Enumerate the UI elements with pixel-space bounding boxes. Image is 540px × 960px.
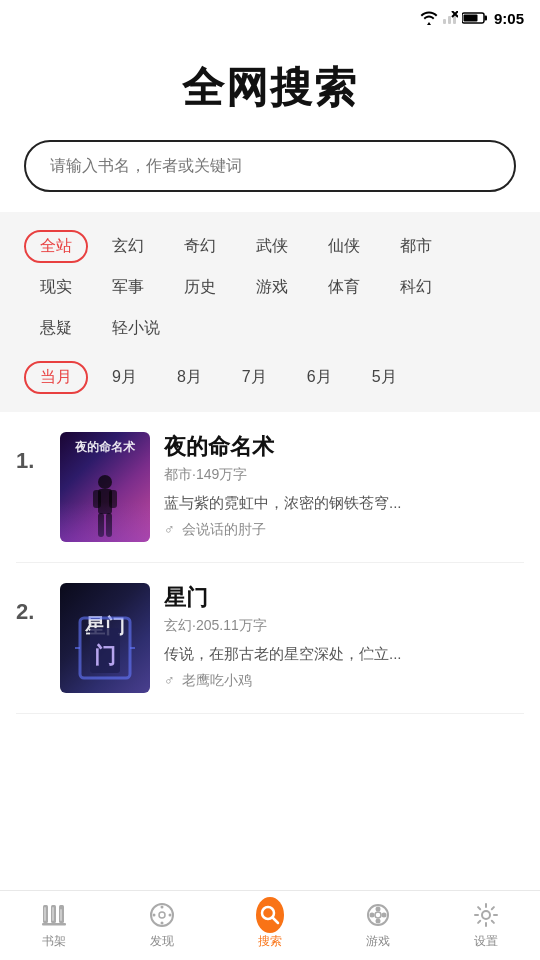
book-meta-1: 都市·149万字 <box>164 466 524 484</box>
search-nav-icon <box>256 901 284 929</box>
page-title: 全网搜索 <box>20 60 520 116</box>
filter-tag-kehuan[interactable]: 科幻 <box>384 271 448 304</box>
book-category-2: 玄幻 <box>164 617 192 633</box>
svg-point-29 <box>161 922 164 925</box>
filter-tag-tiyu[interactable]: 体育 <box>312 271 376 304</box>
author-icon-2: ♂ <box>164 672 175 688</box>
svg-rect-24 <box>52 907 54 921</box>
svg-point-38 <box>382 913 387 918</box>
filter-tag-dangyu[interactable]: 当月 <box>24 361 88 394</box>
svg-point-40 <box>482 911 490 919</box>
book-meta-2: 玄幻·205.11万字 <box>164 617 524 635</box>
book-desc-2: 传说，在那古老的星空深处，伫立... <box>164 643 524 666</box>
filter-section: 全站 玄幻 奇幻 武侠 仙侠 都市 现实 军事 历史 游戏 体育 科幻 悬疑 轻… <box>0 212 540 412</box>
filter-tag-5month[interactable]: 5月 <box>356 361 413 394</box>
nav-item-game[interactable]: 游戏 <box>324 901 432 950</box>
book-category-1: 都市 <box>164 466 192 482</box>
status-bar: 9:05 <box>0 0 540 36</box>
book-cover-1: 夜的命名术 <box>60 432 150 542</box>
book-item-2[interactable]: 2. 星门 门 星门 玄幻·205.11万字 传说，在那古老的星空深处，伫立..… <box>16 563 524 714</box>
svg-rect-1 <box>448 16 451 24</box>
svg-rect-25 <box>60 909 62 921</box>
nav-label-settings: 设置 <box>474 933 498 950</box>
book-wordcount-2: 205.11万字 <box>196 617 267 633</box>
month-filter-row: 当月 9月 8月 7月 6月 5月 <box>20 357 520 398</box>
svg-point-31 <box>169 914 172 917</box>
filter-tag-qingxiaoshuo[interactable]: 轻小说 <box>96 312 176 345</box>
book-wordcount-1: 149万字 <box>196 466 247 482</box>
book-author-2: ♂ 老鹰吃小鸡 <box>164 672 524 690</box>
filter-tag-qihuan[interactable]: 奇幻 <box>168 230 232 263</box>
book-item-1[interactable]: 1. 夜的命名术 夜的命名术 都市·149万字 <box>16 412 524 563</box>
book-rank-1: 1. <box>16 448 46 474</box>
filter-tag-junshi[interactable]: 军事 <box>96 271 160 304</box>
status-icons <box>420 11 488 25</box>
author-name-2: 老鹰吃小鸡 <box>182 672 252 688</box>
nav-label-game: 游戏 <box>366 933 390 950</box>
svg-rect-23 <box>44 907 46 921</box>
book-author-1: ♂ 会说话的肘子 <box>164 521 524 539</box>
svg-point-37 <box>370 913 375 918</box>
filter-tag-9month[interactable]: 9月 <box>96 361 153 394</box>
filter-tag-wuxia[interactable]: 武侠 <box>240 230 304 263</box>
svg-rect-0 <box>443 19 446 24</box>
svg-rect-6 <box>484 16 487 21</box>
nav-item-search[interactable]: 搜索 <box>216 901 324 950</box>
bookshelf-icon <box>40 901 68 929</box>
svg-point-27 <box>159 912 165 918</box>
book-name-2: 星门 <box>164 583 524 613</box>
svg-point-8 <box>98 475 112 489</box>
svg-rect-22 <box>42 923 66 926</box>
filter-tag-8month[interactable]: 8月 <box>161 361 218 394</box>
book-rank-2: 2. <box>16 599 46 625</box>
search-container <box>0 132 540 212</box>
battery-icon <box>462 11 488 25</box>
filter-tag-xianxia[interactable]: 仙侠 <box>312 230 376 263</box>
search-input[interactable] <box>24 140 516 192</box>
book-info-2: 星门 玄幻·205.11万字 传说，在那古老的星空深处，伫立... ♂ 老鹰吃小… <box>164 583 524 690</box>
filter-tag-dushi[interactable]: 都市 <box>384 230 448 263</box>
svg-rect-7 <box>463 15 477 22</box>
svg-point-36 <box>376 919 381 924</box>
book-cover-2: 星门 门 <box>60 583 150 693</box>
svg-point-35 <box>376 907 381 912</box>
filter-tag-xuanhuan[interactable]: 玄幻 <box>96 230 160 263</box>
nav-label-discover: 发现 <box>150 933 174 950</box>
settings-icon <box>472 901 500 929</box>
status-time: 9:05 <box>494 10 524 27</box>
book-name-1: 夜的命名术 <box>164 432 524 462</box>
svg-line-33 <box>273 918 279 924</box>
book-desc-1: 蓝与紫的霓虹中，浓密的钢铁苍穹... <box>164 492 524 515</box>
nav-item-bookshelf[interactable]: 书架 <box>0 901 108 950</box>
signal-icon <box>442 11 458 25</box>
filter-tag-youxi[interactable]: 游戏 <box>240 271 304 304</box>
author-name-1: 会说话的肘子 <box>182 521 266 537</box>
nav-item-settings[interactable]: 设置 <box>432 901 540 950</box>
book-list: 1. 夜的命名术 夜的命名术 都市·149万字 <box>0 412 540 714</box>
filter-tag-lishi[interactable]: 历史 <box>168 271 232 304</box>
filter-tag-7month[interactable]: 7月 <box>226 361 283 394</box>
game-icon <box>364 901 392 929</box>
svg-point-28 <box>161 906 164 909</box>
nav-label-search: 搜索 <box>258 933 282 950</box>
cover-title-1: 夜的命名术 <box>66 440 144 456</box>
svg-text:门: 门 <box>94 643 116 668</box>
svg-point-39 <box>375 912 381 918</box>
nav-label-bookshelf: 书架 <box>42 933 66 950</box>
nav-item-discover[interactable]: 发现 <box>108 901 216 950</box>
wifi-icon <box>420 11 438 25</box>
author-icon-1: ♂ <box>164 521 175 537</box>
discover-icon <box>148 901 176 929</box>
page-header: 全网搜索 <box>0 36 540 132</box>
filter-tag-xianshi[interactable]: 现实 <box>24 271 88 304</box>
main-content: 全网搜索 全站 玄幻 奇幻 武侠 仙侠 都市 现实 军事 历史 游戏 体育 科幻… <box>0 36 540 890</box>
cover-figure-2: 门 <box>75 613 135 683</box>
filter-tag-xuanyi[interactable]: 悬疑 <box>24 312 88 345</box>
svg-point-30 <box>153 914 156 917</box>
filter-tag-quanzhan[interactable]: 全站 <box>24 230 88 263</box>
bottom-nav: 书架 发现 搜索 <box>0 890 540 960</box>
filter-tag-6month[interactable]: 6月 <box>291 361 348 394</box>
book-info-1: 夜的命名术 都市·149万字 蓝与紫的霓虹中，浓密的钢铁苍穹... ♂ 会说话的… <box>164 432 524 539</box>
genre-filter-row: 全站 玄幻 奇幻 武侠 仙侠 都市 现实 军事 历史 游戏 体育 科幻 悬疑 轻… <box>20 226 520 349</box>
